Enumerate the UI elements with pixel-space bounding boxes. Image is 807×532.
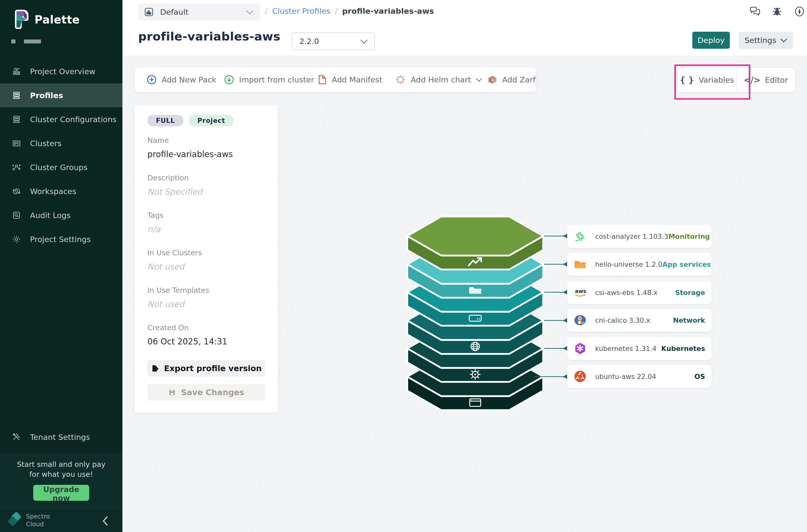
pack-row-cost-analyzer[interactable]: cost-analyzer 1.103.3 Monitoring [567, 225, 712, 248]
upgrade-promo: Start small and only pay for what you us… [0, 453, 123, 508]
sidebar-item-profiles[interactable]: Profiles [0, 83, 123, 108]
manifest-file-icon [317, 74, 327, 85]
pack-category: Network [673, 317, 705, 324]
pack-category: App services [662, 261, 711, 268]
code-icon: </> [744, 75, 760, 85]
kubernetes-hex-icon [574, 342, 587, 355]
export-profile-version-button[interactable]: Export profile version [147, 360, 265, 377]
sidebar-item-tenant-settings[interactable]: Tenant Settings [0, 425, 134, 449]
chevron-down-icon [780, 38, 787, 42]
zarf-package-icon [487, 74, 498, 85]
breadcrumb-current: profile-variables-aws [342, 6, 434, 16]
view-toggle: { } Variables </> Editor [678, 68, 795, 92]
variables-tab[interactable]: { } Variables [678, 68, 736, 92]
pack-category: Storage [675, 289, 705, 297]
add-new-pack-button[interactable]: Add New Pack [146, 68, 217, 92]
sidebar-nav: Project Overview Profiles Cluster Config… [0, 59, 123, 251]
ubuntu-icon [574, 370, 587, 383]
save-label: Save Changes [181, 388, 244, 397]
project-scope-selector[interactable]: Default [138, 3, 260, 20]
bug-report-icon[interactable] [771, 5, 783, 18]
pack-row-cni-calico[interactable]: cni-calico 3.30.x Network [567, 309, 712, 332]
collapse-sidebar-chevron-icon[interactable] [101, 515, 110, 527]
description-label: Description [147, 174, 189, 182]
toolbar-label: Add Helm chart [411, 75, 471, 84]
scope-chart-icon [144, 7, 154, 17]
bar-chart-icon [12, 67, 21, 76]
kubecost-icon [574, 230, 587, 243]
tags-value: n/a [147, 224, 161, 234]
sidebar-item-label: Audit Logs [30, 211, 71, 220]
export-label: Export profile version [164, 364, 262, 373]
in-use-templates-value: Not used [147, 299, 184, 309]
profile-type-badge: FULL [147, 115, 183, 126]
sidebar-item-label: Cluster Groups [30, 163, 88, 172]
sidebar-item-project-overview[interactable]: Project Overview [0, 59, 123, 83]
top-header: Default / Cluster Profiles / profile-var… [123, 0, 807, 56]
settings-button[interactable]: Settings [739, 32, 793, 49]
svg-text:aws: aws [575, 288, 586, 294]
toolbar-label: Add New Pack [162, 75, 217, 84]
brand-line1: Spectro [26, 513, 50, 520]
name-value: profile-variables-aws [147, 149, 233, 159]
palette-logo-icon [14, 9, 30, 30]
pack-row-csi-aws-ebs[interactable]: aws csi-aws-ebs 1.48.x Storage [567, 281, 712, 304]
import-from-cluster-button[interactable]: Import from cluster [224, 68, 314, 92]
pack-category: Kubernetes [661, 345, 705, 353]
pack-label: csi-aws-ebs 1.48.x [595, 289, 658, 297]
sidebar-item-audit-logs[interactable]: Audit Logs [0, 203, 123, 227]
audit-log-icon [12, 211, 21, 220]
breadcrumb: / Cluster Profiles / profile-variables-a… [265, 6, 434, 16]
selected-version: 2.2.0 [299, 37, 319, 46]
profile-version-select[interactable]: 2.2.0 [292, 33, 375, 50]
pack-category: Monitoring [668, 232, 710, 240]
add-zarf-button[interactable]: Add Zarf [487, 68, 536, 92]
pack-label: ubuntu-aws 22.04 [595, 373, 656, 380]
sidebar-item-workspaces[interactable]: Workspaces [0, 179, 123, 203]
layers-icon [12, 91, 21, 100]
pack-toolbar: Add New Pack Import from cluster Add Man… [135, 68, 536, 92]
sidebar-item-label: Project Settings [30, 235, 91, 244]
pack-label: cost-analyzer 1.103.3 [595, 232, 668, 240]
settings-label: Settings [745, 36, 776, 45]
layers-icon [12, 115, 21, 124]
created-on-value: 06 Oct 2025, 14:31 [147, 337, 227, 346]
add-manifest-button[interactable]: Add Manifest [317, 68, 382, 92]
tools-icon [12, 433, 21, 442]
pack-row-kubernetes[interactable]: kubernetes 1.31.4 Kubernetes [567, 337, 712, 360]
brand-name: Palette [35, 13, 80, 26]
name-label: Name [147, 136, 169, 145]
sidebar-item-cluster-groups[interactable]: Cluster Groups [0, 155, 123, 179]
redacted-chip [24, 39, 41, 43]
sidebar: Palette Project Overview Profiles Cluste… [0, 0, 123, 532]
breadcrumb-separator: / [265, 6, 267, 16]
compass-tour-icon[interactable] [793, 5, 806, 18]
stack-layer-monitoring[interactable] [407, 216, 543, 269]
sidebar-item-clusters[interactable]: Clusters [0, 131, 123, 155]
deploy-button[interactable]: Deploy [692, 32, 730, 49]
network-icon [12, 163, 21, 172]
editor-label: Editor [765, 75, 788, 84]
sidebar-item-label: Clusters [30, 139, 61, 148]
in-use-clusters-label: In Use Clusters [147, 248, 202, 257]
pack-label: kubernetes 1.31.4 [595, 345, 657, 353]
promo-text-line1: Start small and only pay [0, 459, 123, 469]
chevron-down-icon [246, 10, 254, 15]
sidebar-item-project-settings[interactable]: Project Settings [0, 227, 123, 251]
breadcrumb-separator: / [335, 6, 338, 16]
pack-label: hello-universe 1.2.0 [595, 261, 662, 268]
sidebar-item-cluster-configurations[interactable]: Cluster Configurations [0, 108, 123, 131]
feedback-chat-icon[interactable] [749, 5, 761, 18]
palette-logo: Palette [14, 9, 80, 30]
save-changes-button[interactable]: Save Changes [147, 384, 265, 401]
editor-tab[interactable]: </> Editor [736, 68, 795, 92]
upgrade-now-button[interactable]: Upgrade now [33, 485, 89, 501]
toolbar-label: Add Zarf [502, 75, 536, 84]
pack-row-ubuntu-aws[interactable]: ubuntu-aws 22.04 OS [567, 365, 712, 388]
created-on-label: Created On [147, 323, 189, 332]
add-helm-chart-button[interactable]: Add Helm chart [395, 68, 482, 92]
orbit-icon [12, 187, 21, 196]
helm-icon [395, 74, 406, 86]
breadcrumb-link-cluster-profiles[interactable]: Cluster Profiles [272, 6, 330, 16]
pack-row-hello-universe[interactable]: hello-universe 1.2.0 App services [567, 253, 712, 276]
